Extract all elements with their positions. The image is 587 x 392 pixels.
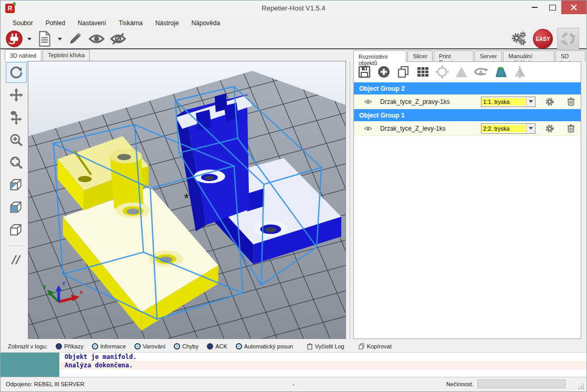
lay-flat-icon [493, 65, 508, 79]
scale-object-button[interactable] [454, 64, 469, 80]
log-message: Objekt je manifold. [58, 353, 137, 361]
left-tab-bar: 3D náhled Teplotní křivka [5, 49, 91, 61]
object-settings-button[interactable] [543, 124, 557, 133]
maximize-icon [549, 5, 556, 10]
emergency-stop-icon [560, 30, 576, 47]
log-view[interactable]: 13:42:05.123Objekt je manifold. 13:42:05… [1, 352, 586, 377]
tab-teplotni-krivka[interactable]: Teplotní křivka [43, 49, 90, 61]
cut-object-button[interactable] [512, 64, 528, 80]
easy-mode-button[interactable]: EASY [533, 29, 553, 49]
toggle-chyby[interactable]: Chyby [174, 343, 198, 349]
object-group-header[interactable]: Object Group 1 [354, 109, 581, 121]
activity-status: Nečinnost. [446, 381, 474, 387]
front-view-icon [9, 200, 24, 215]
delete-object-button[interactable] [564, 124, 578, 133]
top-view-button[interactable] [6, 220, 27, 241]
trash-icon [567, 97, 575, 106]
object-row[interactable]: Drzak_tyce_Z_pravy-1ks 1:1. tryska [354, 94, 581, 109]
close-button[interactable] [561, 1, 586, 14]
trash-icon [567, 124, 575, 133]
emergency-stop-button[interactable] [557, 28, 579, 50]
tab-print-preview[interactable]: Print Preview [434, 50, 474, 62]
log-message: Analýza dokončena. [58, 362, 133, 369]
front-view-button[interactable] [6, 197, 27, 218]
extruder-select[interactable]: 2:2. tryska [481, 123, 536, 134]
origin-marker: * [184, 191, 189, 206]
visibility-eye-icon[interactable] [363, 125, 373, 132]
toggle-ack[interactable]: ACK [207, 343, 227, 349]
extruder-select[interactable]: 1:1. tryska [481, 97, 536, 107]
connect-button[interactable] [5, 30, 24, 47]
extruder-value: 2:2. tryska [481, 125, 526, 132]
save-icon [358, 65, 371, 79]
maximize-button[interactable] [543, 1, 561, 14]
lay-flat-button[interactable] [492, 64, 508, 80]
tab-3d-nahled[interactable]: 3D náhled [5, 49, 41, 61]
move-object-button[interactable] [6, 107, 27, 128]
combo-arrow-icon[interactable] [526, 97, 535, 107]
minimize-icon [532, 7, 538, 8]
zoom-in-button[interactable] [6, 130, 27, 151]
isometric-view-button[interactable] [6, 175, 27, 196]
extruder-value: 1:1. tryska [481, 98, 526, 105]
visibility-eye-icon[interactable] [363, 99, 373, 105]
copy-log-button[interactable]: Kopírovat [358, 343, 392, 350]
hide-travel-button[interactable] [109, 30, 128, 47]
connect-dropdown-arrow[interactable] [27, 38, 32, 40]
center-icon [435, 65, 449, 79]
clear-log-button[interactable]: Vyčistit Log [307, 343, 344, 350]
minimize-button[interactable] [526, 1, 543, 14]
tab-server[interactable]: Server [475, 50, 502, 62]
eye-icon [88, 33, 105, 45]
autoposition-button[interactable] [415, 64, 431, 80]
add-icon [377, 65, 391, 79]
show-filament-button[interactable] [87, 30, 106, 47]
delete-object-button[interactable] [564, 97, 578, 106]
rotate-object-button[interactable] [473, 64, 489, 80]
zoom-fit-button[interactable] [6, 152, 27, 173]
object-settings-button[interactable] [543, 97, 557, 107]
tab-rozmisteni-objektu[interactable]: Rozmístění objektů [353, 50, 406, 62]
autoposition-icon [416, 65, 429, 79]
menu-soubor[interactable]: Soubor [7, 18, 39, 28]
combo-arrow-icon[interactable] [526, 124, 535, 133]
save-button[interactable] [357, 64, 372, 80]
gear-icon [545, 97, 554, 107]
menu-pohled[interactable]: Pohled [40, 18, 71, 28]
toggle-varovani[interactable]: Varování [134, 343, 165, 349]
menu-tiskarna[interactable]: Tiskárna [113, 18, 149, 28]
toggle-automaticky-posun[interactable]: Automatický posun [236, 343, 293, 349]
axis-x-label: x [80, 289, 83, 295]
object-group-header[interactable]: Object Group 2 [354, 82, 581, 94]
object-row[interactable]: Drzak_tyce_Z_levy-1ks 2:2. tryska [354, 121, 581, 136]
menu-nastaveni[interactable]: Nastavení [72, 18, 112, 28]
printer-settings-button[interactable] [510, 30, 529, 47]
isometric-view-icon [9, 178, 24, 193]
center-object-button[interactable] [434, 64, 450, 80]
viewport-3d[interactable]: * x y z [28, 61, 345, 338]
status-center: - [292, 381, 295, 387]
eye-slash-icon [110, 33, 127, 45]
add-object-button[interactable] [376, 64, 392, 80]
move-view-button[interactable] [6, 84, 27, 105]
log-filter-label: Zobrazit v logu: [8, 343, 47, 349]
toggle-prikazy[interactable]: Příkazy [56, 343, 83, 349]
zoom-fit-icon [9, 155, 24, 170]
tab-slicer[interactable]: Slicer [407, 50, 433, 62]
copy-object-button[interactable] [395, 64, 411, 80]
rotate-view-button[interactable] [6, 62, 27, 83]
pencil-icon [67, 31, 83, 47]
toggle-dot-icon [207, 343, 213, 349]
toggle-dot-icon [92, 343, 98, 349]
toggle-informace[interactable]: Informace [92, 343, 126, 349]
parallel-projection-button[interactable] [6, 249, 27, 270]
menu-nastroje[interactable]: Nástroje [150, 18, 185, 28]
repetier-host-window: R Repetier-Host V1.5.4 Soubor Pohled Nas… [0, 0, 587, 392]
load-button[interactable] [35, 30, 54, 47]
tab-manualni-ovladani[interactable]: Manuální ovládání [503, 50, 554, 62]
tab-sd-karta[interactable]: SD karta [555, 50, 585, 62]
resize-grip[interactable] [578, 383, 584, 389]
menu-napoveda[interactable]: Nápověda [185, 18, 226, 28]
edit-gcode-button[interactable] [66, 30, 85, 47]
load-dropdown-arrow[interactable] [58, 38, 62, 40]
